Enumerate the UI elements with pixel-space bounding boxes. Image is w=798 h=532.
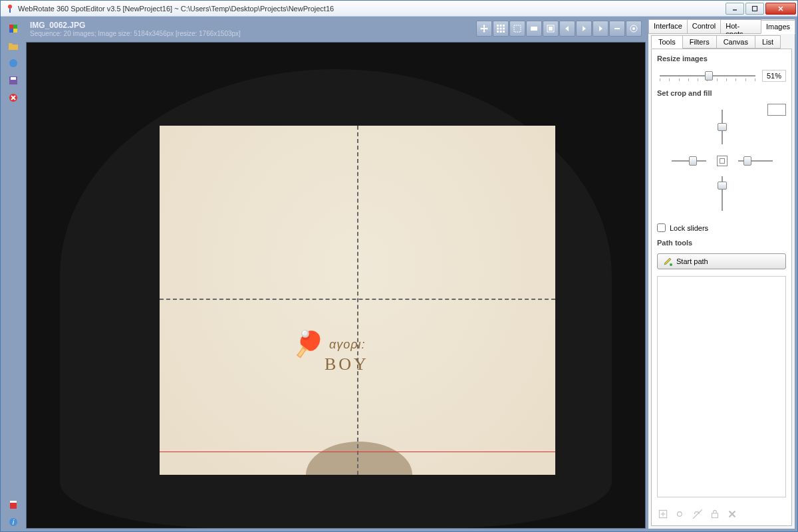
tab-images[interactable]: Images [761, 20, 795, 34]
grid-icon[interactable] [493, 21, 509, 37]
svg-rect-6 [9, 25, 13, 29]
minimize-button[interactable] [726, 3, 744, 15]
path-list[interactable] [657, 276, 786, 497]
crop-right-slider[interactable] [735, 154, 775, 168]
svg-rect-23 [497, 28, 499, 30]
svg-rect-17 [10, 501, 17, 503]
svg-rect-24 [500, 28, 502, 30]
resize-slider[interactable] [657, 69, 758, 82]
path-delete-icon[interactable] [726, 508, 738, 520]
fit-icon[interactable] [526, 21, 542, 37]
app-window: WebRotate 360 SpotEditor v3.5 [NewProjec… [0, 0, 798, 532]
path-lock-icon[interactable] [709, 508, 721, 520]
pdf-icon[interactable] [7, 498, 20, 511]
vertical-guide[interactable] [357, 126, 358, 475]
svg-rect-9 [13, 29, 17, 33]
save-icon[interactable] [7, 74, 20, 87]
crop-top-slider[interactable] [716, 107, 729, 147]
image-header: IMG_0062.JPG Sequence: 20 images; Image … [26, 19, 646, 42]
image-filename: IMG_0062.JPG [30, 21, 476, 30]
move-tool-icon[interactable] [476, 21, 492, 37]
svg-rect-30 [531, 27, 537, 31]
horizontal-guide[interactable] [160, 299, 555, 300]
subtab-filters[interactable]: Filters [682, 35, 717, 49]
app-icon [5, 3, 15, 14]
svg-rect-7 [13, 25, 17, 29]
svg-rect-25 [503, 28, 505, 30]
svg-rect-20 [497, 25, 499, 27]
publish-icon[interactable] [7, 57, 20, 70]
svg-rect-26 [497, 31, 499, 33]
svg-point-36 [670, 263, 672, 266]
resize-section-title: Resize images [657, 55, 786, 63]
crop-bottom-slider[interactable] [716, 174, 729, 213]
maximize-button[interactable] [745, 3, 764, 15]
zoom-out-icon[interactable] [609, 21, 625, 37]
crop-line[interactable] [160, 452, 555, 452]
next-icon[interactable] [593, 21, 608, 37]
canvas-viewport[interactable]: 🏓αγορι: BOY [26, 42, 646, 529]
subtab-tools[interactable]: Tools [651, 35, 683, 49]
svg-rect-8 [9, 29, 13, 33]
path-link-icon[interactable] [674, 508, 686, 520]
subtab-canvas[interactable]: Canvas [716, 35, 755, 49]
titlebar: WebRotate 360 SpotEditor v3.5 [NewProjec… [1, 1, 797, 17]
path-add-icon[interactable] [657, 508, 669, 520]
crop-icon[interactable] [509, 21, 525, 37]
svg-rect-41 [712, 513, 718, 518]
delete-icon[interactable] [7, 91, 20, 104]
info-icon[interactable]: i [7, 515, 20, 529]
crop-left-slider[interactable] [669, 154, 709, 168]
svg-rect-12 [11, 77, 16, 80]
svg-rect-28 [503, 31, 505, 33]
crop-section-title: Set crop and fill [657, 89, 786, 97]
pencil-icon [663, 257, 672, 266]
fill-color-swatch[interactable] [767, 104, 786, 116]
resize-value: 51% [762, 70, 786, 82]
svg-rect-1 [9, 9, 11, 13]
prev-icon[interactable] [559, 21, 575, 37]
lock-sliders-checkbox[interactable]: Lock sliders [657, 223, 786, 232]
left-toolbar: i [3, 19, 23, 529]
image-preview: 🏓αγορι: BOY [160, 126, 555, 475]
start-path-button[interactable]: Start path [657, 253, 786, 269]
play-icon[interactable] [576, 21, 592, 37]
svg-rect-29 [514, 25, 521, 32]
open-folder-icon[interactable] [7, 39, 20, 53]
path-section-title: Path tools [657, 239, 786, 247]
new-project-icon[interactable] [7, 22, 20, 35]
actual-size-icon[interactable] [543, 21, 559, 37]
svg-rect-21 [500, 25, 502, 27]
image-meta: Sequence: 20 images; Image size: 5184x34… [30, 30, 476, 37]
svg-point-10 [9, 59, 17, 67]
svg-point-35 [632, 27, 635, 30]
subtab-list[interactable]: List [755, 35, 781, 49]
window-title: WebRotate 360 SpotEditor v3.5 [NewProjec… [18, 5, 726, 13]
svg-rect-22 [503, 25, 505, 27]
svg-rect-27 [500, 31, 502, 33]
svg-rect-32 [549, 27, 553, 31]
close-button[interactable] [765, 3, 796, 15]
svg-rect-3 [753, 6, 757, 11]
svg-point-0 [8, 5, 12, 9]
tab-interface[interactable]: Interface [648, 19, 688, 33]
right-panel: Interface Control Hot-spots Images Tools… [648, 19, 795, 529]
target-icon[interactable] [626, 21, 642, 37]
tab-control[interactable]: Control [687, 19, 721, 33]
path-unlink-icon[interactable] [692, 508, 704, 520]
tab-hotspots[interactable]: Hot-spots [720, 19, 761, 33]
crop-center-icon[interactable] [717, 156, 728, 166]
